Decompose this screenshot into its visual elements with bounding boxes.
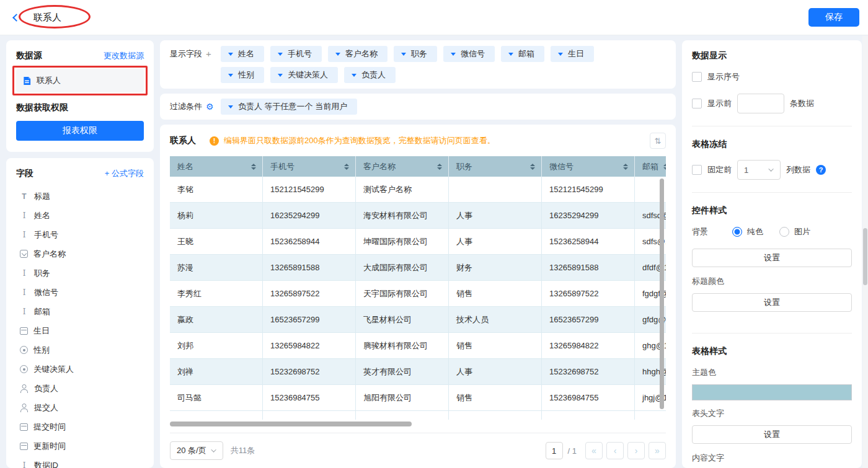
header-text-set-button[interactable]: 设置 — [692, 425, 852, 444]
sort-arrows-icon[interactable] — [339, 164, 349, 170]
display-field-chip[interactable]: 手机号 — [270, 46, 322, 62]
chevron-down-icon — [228, 74, 233, 77]
radio-image[interactable] — [779, 227, 789, 237]
sort-arrows-icon[interactable] — [525, 164, 535, 170]
display-field-chip[interactable]: 姓名 — [221, 46, 264, 62]
table-row[interactable]: 李秀红 13265897522 天宇国际有限公司 销售 13265897522 … — [170, 281, 666, 307]
column-header[interactable]: 微信号 — [542, 156, 635, 177]
next-page-button[interactable] — [627, 442, 645, 459]
display-field-chip[interactable]: 性别 — [221, 67, 264, 83]
field-item[interactable]: 微信号 — [16, 283, 144, 302]
last-page-button[interactable] — [649, 442, 666, 459]
field-item[interactable]: 数据ID — [16, 456, 144, 468]
table-vertical-scrollbar[interactable] — [660, 179, 664, 409]
field-item[interactable]: 负责人 — [16, 379, 144, 398]
table-row[interactable]: 刘邦 13265984822 腾骏材料有限公司 销售 13265984822 g… — [170, 333, 666, 359]
show-first-count-input[interactable] — [737, 94, 784, 113]
cell-wechat: 152121545299 — [542, 177, 635, 202]
field-item[interactable]: 邮箱 — [16, 302, 144, 321]
back-button[interactable] — [14, 12, 24, 22]
column-header[interactable]: 姓名 — [170, 156, 263, 177]
gear-icon[interactable]: ⚙ — [206, 102, 214, 111]
change-datasource-link[interactable]: 更改数据源 — [104, 50, 144, 61]
chip-label: 手机号 — [288, 48, 312, 60]
display-field-chip[interactable]: 职务 — [394, 46, 437, 62]
cell-wechat: 13265984822 — [542, 333, 635, 358]
display-field-chip[interactable]: 邮箱 — [501, 46, 544, 62]
column-header[interactable]: 职务 — [449, 156, 542, 177]
field-item[interactable]: 姓名 — [16, 206, 144, 225]
field-type-icon — [20, 443, 28, 450]
save-button[interactable]: 保存 — [808, 8, 859, 27]
sort-arrows-icon[interactable] — [658, 164, 666, 170]
prev-page-button[interactable] — [606, 442, 624, 459]
first-page-button[interactable] — [585, 442, 603, 459]
sort-arrows-icon[interactable] — [618, 164, 628, 170]
cell-wechat: 15236258944 — [542, 229, 635, 254]
freeze-count-select[interactable]: 1 — [737, 160, 781, 180]
field-item[interactable]: 更新时间 — [16, 436, 144, 456]
field-item[interactable]: 性别 — [16, 340, 144, 360]
radio-solid-color[interactable] — [732, 227, 742, 237]
freeze-prefix: 固定前 — [707, 164, 732, 175]
field-item[interactable]: 提交时间 — [16, 417, 144, 436]
add-display-field-button[interactable]: + — [206, 46, 211, 62]
cell-name: 刘邦 — [170, 333, 263, 358]
field-item[interactable]: 提交人 — [16, 398, 144, 417]
background-set-button[interactable]: 设置 — [692, 249, 852, 267]
sort-arrows-icon[interactable] — [246, 164, 256, 170]
table-row[interactable]: 王晓 15236258944 坤曜国际有限公司 人事 15236258944 s… — [170, 229, 666, 255]
display-field-chip[interactable]: 关键决策人 — [270, 67, 338, 83]
datasource-item-contacts[interactable]: 联系人 — [16, 69, 144, 92]
display-fields-label: 显示字段 — [170, 46, 202, 62]
page-size-select[interactable]: 20 条/页 — [170, 441, 223, 460]
report-permission-button[interactable]: 报表权限 — [16, 121, 144, 141]
field-type-icon — [20, 423, 28, 431]
chevron-down-icon — [508, 53, 513, 56]
column-header[interactable]: 客户名称 — [356, 156, 449, 177]
title-color-label: 标题颜色 — [692, 276, 852, 287]
add-formula-field-link[interactable]: + 公式字段 — [105, 168, 144, 179]
filter-condition-chip[interactable]: 负责人 等于任意一个 当前用户 — [221, 99, 357, 115]
chevron-down-icon — [278, 74, 283, 77]
theme-color-swatch[interactable] — [692, 384, 852, 400]
freeze-checkbox[interactable] — [692, 165, 702, 175]
column-header[interactable]: 邮箱 — [635, 156, 666, 177]
cell-phone: 15236984755 — [263, 385, 356, 410]
table-row[interactable]: 杨莉 16235294299 海安材料有限公司 人事 16235294299 s… — [170, 203, 666, 229]
sort-toggle-button[interactable] — [650, 133, 666, 149]
window-scrollbar[interactable] — [862, 36, 868, 468]
field-item[interactable]: 标题 — [16, 187, 144, 206]
column-header[interactable]: 手机号 — [263, 156, 356, 177]
sort-arrows-icon[interactable] — [432, 164, 442, 170]
cell-company: 飞星材料公司 — [356, 307, 449, 332]
show-first-suffix: 条数据 — [790, 98, 814, 109]
field-label: 客户名称 — [33, 249, 66, 260]
display-field-chip[interactable]: 微信号 — [443, 46, 495, 62]
display-field-chip[interactable]: 负责人 — [344, 67, 396, 83]
field-item[interactable]: 职务 — [16, 263, 144, 283]
field-item[interactable]: 客户名称 — [16, 244, 144, 263]
help-icon[interactable]: ? — [816, 165, 826, 175]
table-row[interactable]: 刘禅 15232698752 英才有限公司 人事 15232698752 hhg… — [170, 359, 666, 385]
field-item[interactable]: 生日 — [16, 321, 144, 340]
table-row[interactable]: 嬴政 16523657299 飞星材料公司 技术人员 16523657299 g… — [170, 307, 666, 333]
table-row[interactable]: 李铭 152121545299 测试客户名称 152121545299 — [170, 177, 666, 203]
field-item[interactable]: 关键决策人 — [16, 360, 144, 379]
scrollbar-thumb[interactable] — [863, 228, 867, 285]
title-wrap: 联系人 — [33, 12, 61, 24]
show-first-checkbox[interactable] — [692, 99, 702, 108]
table-row[interactable]: 司马懿 15236984755 旭阳有限公司 销售 15236984755 jh… — [170, 385, 666, 411]
title-color-set-button[interactable]: 设置 — [692, 293, 852, 312]
show-index-checkbox[interactable] — [692, 72, 702, 82]
cell-phone: 13265897522 — [263, 281, 356, 306]
display-field-chip[interactable]: 客户名称 — [328, 46, 388, 62]
display-fields-panel: 显示字段 + 姓名 手机号 — [160, 40, 676, 89]
field-item[interactable]: 手机号 — [16, 225, 144, 244]
cell-name: 刘禅 — [170, 359, 263, 384]
display-field-chip[interactable]: 生日 — [551, 46, 594, 62]
page-number-input[interactable]: 1 — [546, 442, 563, 459]
fields-panel: 字段 + 公式字段 标题 姓名 手机号 — [6, 158, 154, 468]
table-horizontal-scrollbar[interactable] — [170, 422, 412, 426]
table-row[interactable]: 苏漫 13265891588 大成国际有限公司 财务 13265891588 d… — [170, 255, 666, 281]
